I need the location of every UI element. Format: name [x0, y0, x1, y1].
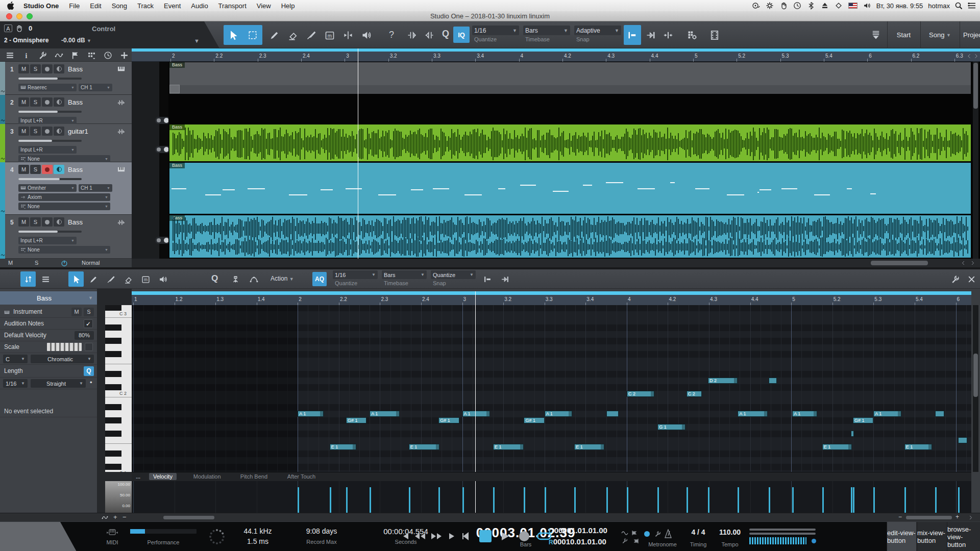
track-name[interactable]: Bass: [68, 218, 83, 226]
io-dropdown[interactable]: None▼: [18, 246, 110, 254]
song-page-button[interactable]: Song ▼: [920, 21, 959, 48]
automation-curve-icon[interactable]: [101, 514, 109, 521]
editor-list-button[interactable]: [38, 271, 53, 287]
ruler-scroll-left-icon[interactable]: [966, 52, 972, 61]
menubar-clock[interactable]: Вт, 30 янв. 9:55: [876, 2, 923, 10]
next-bar-button[interactable]: [445, 528, 458, 544]
audition-notes-checkbox[interactable]: ✓: [84, 319, 93, 328]
apple-menu[interactable]: [0, 0, 18, 11]
hscroll-right-icon[interactable]: [969, 259, 976, 266]
bend-edit-button[interactable]: [421, 25, 438, 45]
io-dropdown[interactable]: Reaerec▼: [18, 84, 77, 91]
zoom-window-button[interactable]: [27, 13, 33, 19]
velocity-bar[interactable]: [606, 487, 608, 513]
arrow-range-tool-selected[interactable]: [224, 25, 262, 45]
ruler-scroll-right-icon[interactable]: [973, 52, 979, 61]
velocity-bar[interactable]: [792, 487, 794, 513]
track-mute-button[interactable]: M: [18, 127, 29, 136]
clip-stub[interactable]: [169, 85, 180, 93]
velocity-bar[interactable]: [873, 487, 875, 513]
black-key[interactable]: [105, 404, 121, 410]
midi-note[interactable]: E 1: [822, 444, 852, 450]
arrange-lane-4[interactable]: Bass: [168, 162, 972, 215]
black-key[interactable]: [105, 371, 121, 377]
black-key[interactable]: [105, 450, 121, 457]
prev-bar-button[interactable]: [399, 528, 412, 544]
black-key[interactable]: [105, 324, 121, 331]
hscroll-left-icon[interactable]: [960, 259, 967, 266]
velocity-bar[interactable]: [769, 487, 770, 513]
menu-track[interactable]: Track: [132, 0, 159, 11]
snap-dropdown[interactable]: Adaptive▼: [574, 26, 621, 35]
zoom-out-button[interactable]: −: [898, 513, 902, 520]
arrange-playhead[interactable]: [358, 48, 358, 259]
io-dropdown[interactable]: Omnher▼: [18, 184, 77, 192]
midi-note[interactable]: A 1: [873, 411, 901, 417]
midi-note[interactable]: [769, 378, 777, 384]
pads-settings-button[interactable]: [682, 25, 702, 45]
track-record-button[interactable]: [42, 217, 53, 227]
velocity-bar[interactable]: [370, 487, 371, 513]
editor-loop-strip[interactable]: [132, 291, 971, 295]
velocity-bar[interactable]: [853, 487, 854, 513]
diamond-icon[interactable]: [835, 2, 843, 10]
mute-tool-button[interactable]: m: [321, 25, 339, 45]
velocity-bar[interactable]: [574, 487, 576, 513]
window-titlebar[interactable]: Studio One – 2018-01-30 linuxim linuxim: [0, 11, 980, 21]
track-solo-button[interactable]: S: [30, 127, 41, 136]
tempo-value[interactable]: 110.00: [715, 528, 745, 536]
velocity-lane[interactable]: [132, 481, 971, 513]
clip-3[interactable]: Bass: [169, 124, 971, 161]
editor-flip-button[interactable]: [20, 271, 36, 287]
track-name[interactable]: Bass: [68, 98, 83, 106]
lane-add-button[interactable]: +: [113, 513, 117, 521]
lane-tab-after-touch[interactable]: After Touch: [283, 473, 320, 480]
editor-close-button[interactable]: [964, 271, 979, 287]
velocity-bar[interactable]: [545, 487, 546, 513]
track-monitor-button[interactable]: [54, 97, 64, 107]
track-name[interactable]: guitar1: [68, 128, 88, 135]
track-solo-button[interactable]: S: [30, 165, 41, 174]
export-stem-button[interactable]: [867, 25, 885, 45]
lane-tab-modulation[interactable]: Modulation: [189, 473, 225, 480]
input-quantize-button[interactable]: IQ: [453, 27, 470, 43]
return-to-zero-button[interactable]: [458, 528, 472, 544]
arrange-vscroll-thumb[interactable]: [973, 63, 978, 109]
bluetooth-icon[interactable]: [807, 2, 815, 10]
autopunch-out-icon[interactable]: [631, 537, 639, 544]
metronome-settings-icon[interactable]: [653, 530, 662, 538]
eraser-tool-button[interactable]: [284, 25, 302, 45]
arrange-ruler[interactable]: 22.22.32.433.23.33.444.24.34.455.25.35.4…: [132, 52, 980, 62]
instrument-solo-button[interactable]: S: [84, 308, 94, 316]
notification-center-icon[interactable]: [968, 2, 976, 9]
pencil-tool-button[interactable]: [265, 25, 284, 45]
bend-marker-button[interactable]: [403, 25, 421, 45]
menu-event[interactable]: Event: [159, 0, 186, 11]
track-volume-slider[interactable]: [18, 78, 82, 80]
close-window-button[interactable]: [6, 13, 12, 19]
editor-mute-tool[interactable]: m: [138, 271, 153, 287]
piano-keyboard[interactable]: C 1C 2C 3: [105, 305, 132, 472]
track-volume-slider[interactable]: [18, 178, 82, 180]
midi-note[interactable]: [606, 411, 619, 417]
velocity-bar[interactable]: [738, 487, 739, 513]
menu-studio-one[interactable]: Studio One: [18, 0, 64, 11]
instrument-mute-button[interactable]: M: [71, 308, 82, 316]
velocity-bar[interactable]: [524, 487, 525, 513]
minimize-window-button[interactable]: [16, 13, 22, 19]
rewind-button[interactable]: [412, 528, 428, 544]
track-mute-button[interactable]: M: [18, 64, 29, 73]
lane-tab-pitch-bend[interactable]: Pitch Bend: [236, 473, 272, 480]
default-velocity-value[interactable]: 80%: [75, 331, 94, 340]
velocity-bar[interactable]: [438, 487, 440, 513]
dot-button[interactable]: •: [90, 379, 92, 386]
loop-start-row[interactable]: L 00001.01.01.00: [549, 526, 607, 535]
midi-note[interactable]: C 2: [687, 391, 702, 397]
track-record-button[interactable]: [42, 97, 53, 107]
io-dropdown[interactable]: Input L+R▼: [18, 237, 77, 244]
midi-note[interactable]: A 1: [792, 411, 817, 417]
arrange-hscroll-thumb[interactable]: [871, 261, 928, 265]
menu-song[interactable]: Song: [107, 0, 132, 11]
snap-right-button[interactable]: [642, 25, 659, 45]
lane-tab-velocity[interactable]: Velocity: [149, 473, 177, 480]
